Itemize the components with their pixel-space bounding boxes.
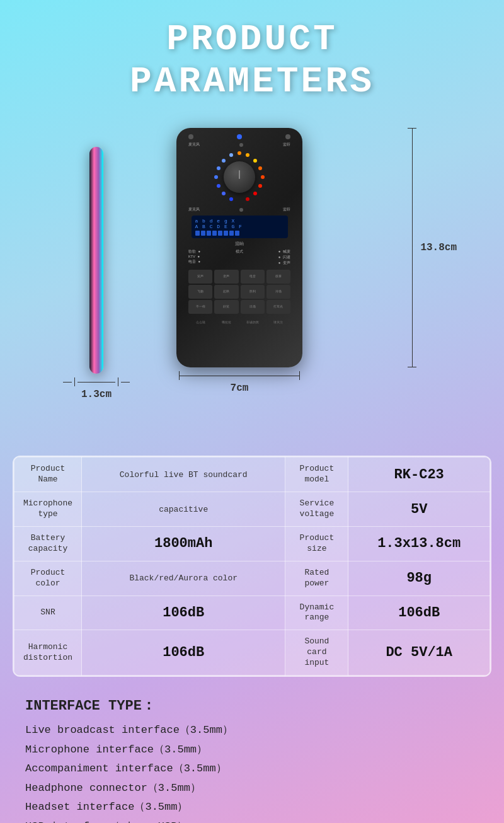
- spec-value-5-2: DC 5V/1A: [348, 630, 490, 676]
- buttons-row3: 不一样 好笑 出场 打耳光: [188, 300, 290, 314]
- title-section: PRODUCT PARAMETERS: [130, 19, 374, 103]
- side-dimension-label: 1.3cm: [81, 389, 112, 400]
- spec-label-3-2: Rated power: [285, 561, 348, 596]
- spec-value-5-1: 106dB: [82, 630, 285, 676]
- btn-entrance[interactable]: 出场: [241, 300, 265, 314]
- btn-electric[interactable]: 电音: [241, 270, 265, 284]
- spec-label-4-2: Dynamic range: [285, 596, 348, 630]
- spec-label-5-1: Harmonic distortion: [14, 630, 82, 676]
- spec-value-3-2: 98g: [348, 561, 490, 596]
- svg-point-6: [258, 184, 262, 188]
- height-dimension-label: 13.8cm: [420, 242, 457, 253]
- mode-right: ● 喊麦 ● 闪避 ● 变声: [278, 249, 290, 266]
- btn-boo[interactable]: 起哄: [214, 285, 238, 299]
- btn-applause[interactable]: 鼓掌: [266, 270, 290, 284]
- spec-label-5-2: Sound card input: [285, 630, 348, 676]
- interface-item-0: Live broadcast interface（3.5mm）: [25, 721, 479, 740]
- side-view-container: 1.3cm: [63, 147, 130, 400]
- spec-value-4-2: 106dB: [348, 596, 490, 630]
- mode-right-3: ● 变声: [278, 260, 290, 266]
- monitor-label-right: 监听: [283, 142, 290, 147]
- spec-label-1-1: Microphone type: [14, 492, 82, 527]
- mic-label2: 麦克风: [188, 207, 200, 212]
- spec-value-0-1: Colorful live BT soundcard: [82, 458, 285, 492]
- interface-item-2: Accompaniment interface（3.5mm）: [25, 759, 479, 779]
- title-line2: PARAMETERS: [130, 61, 374, 103]
- buttons-row2: 飞吻 起哄 胜利 冷场: [188, 285, 290, 299]
- spec-value-1-1: capacitive: [82, 492, 285, 527]
- mode-left-3: 电音 ●: [188, 259, 200, 265]
- interface-title: INTERFACE TYPE：: [25, 696, 479, 715]
- device-display: a b d e g X A B C D E G F: [192, 216, 288, 238]
- front-view-container: 麦克风 监听: [176, 128, 302, 394]
- svg-point-1: [238, 151, 241, 155]
- mixer-label: 混响: [235, 241, 244, 247]
- mode-left-1: 歌歌 ●: [188, 249, 200, 255]
- product-image-area: 1.3cm 麦克风 监听: [13, 115, 491, 443]
- spec-label-0-1: Product Name: [14, 458, 82, 492]
- bottom-label2: 哦拉拉: [222, 321, 231, 325]
- mode-section: 歌歌 ● KTV ● 电音 ● 模式 ● 喊麦 ● 闪避 ● 变声: [188, 249, 290, 266]
- interface-item-1: Microphone interface（3.5mm）: [25, 740, 479, 760]
- svg-point-3: [253, 159, 257, 163]
- spec-value-4-1: 106dB: [82, 596, 285, 630]
- spec-value-2-1: 1800mAh: [82, 526, 285, 561]
- led-ring-area: [211, 149, 268, 205]
- bottom-label1: 么么哒: [196, 321, 205, 325]
- svg-point-8: [246, 197, 249, 201]
- btn-voice-change[interactable]: 变声: [214, 270, 238, 284]
- mode-center-label: 模式: [236, 249, 243, 266]
- knob-mark: [239, 170, 240, 179]
- spec-label-0-2: Product model: [285, 458, 348, 492]
- buttons-row1: 笑声 变声 电音 鼓掌: [188, 270, 290, 284]
- svg-point-9: [229, 197, 233, 201]
- mode-right-1: ● 喊麦: [278, 249, 290, 255]
- bottom-label4: 请关注: [273, 321, 283, 325]
- mode-left-2: KTV ●: [188, 255, 200, 259]
- spec-label-2-2: Product size: [285, 526, 348, 561]
- display-bars: [195, 231, 284, 236]
- mode-left: 歌歌 ● KTV ● 电音 ●: [188, 249, 200, 266]
- interface-item-4: Headset interface（3.5mm）: [25, 798, 479, 817]
- width-dimension-label: 7cm: [231, 383, 249, 394]
- side-view-device: [89, 147, 103, 374]
- svg-point-2: [246, 153, 249, 157]
- svg-point-14: [222, 159, 226, 163]
- btn-kiss[interactable]: 飞吻: [188, 285, 212, 299]
- mic-label-left: 麦克风: [188, 142, 200, 147]
- title-line1: PRODUCT: [130, 19, 374, 61]
- spec-value-2-2: 1.3x13.8cm: [348, 526, 490, 561]
- specs-table: Product Name Colorful live BT soundcard …: [14, 457, 490, 676]
- svg-point-4: [258, 166, 262, 170]
- svg-point-7: [253, 192, 257, 195]
- btn-cold[interactable]: 冷场: [266, 285, 290, 299]
- spec-value-3-1: Black/red/Aurora color: [82, 561, 285, 596]
- spec-label-3-1: Product color: [14, 561, 82, 596]
- page-wrapper: PRODUCT PARAMETERS 1.3cm: [0, 0, 504, 823]
- svg-point-11: [217, 184, 220, 188]
- interface-list: Live broadcast interface（3.5mm）Microphon…: [25, 721, 479, 823]
- device-body: 麦克风 监听: [176, 128, 302, 367]
- spec-value-1-2: 5V: [348, 492, 490, 527]
- svg-point-12: [214, 175, 218, 179]
- display-row2: A B C D E G F: [195, 224, 284, 229]
- interface-item-5: USB interface（micro USB）: [25, 817, 479, 823]
- btn-slap[interactable]: 打耳光: [266, 300, 290, 314]
- display-row1: a b d e g X: [195, 218, 284, 224]
- btn-laugh[interactable]: 笑声: [188, 270, 212, 284]
- specs-section: Product Name Colorful live BT soundcard …: [13, 456, 491, 677]
- btn-funny[interactable]: 好笑: [214, 300, 238, 314]
- svg-point-5: [261, 175, 265, 179]
- spec-label-2-1: Battery capacity: [14, 526, 82, 561]
- svg-point-13: [217, 166, 220, 170]
- btn-different[interactable]: 不一样: [188, 300, 212, 314]
- svg-point-15: [229, 153, 233, 157]
- spec-label-1-2: Service voltage: [285, 492, 348, 527]
- width-measure: 7cm: [179, 371, 300, 394]
- btn-victory[interactable]: 胜利: [241, 285, 265, 299]
- spec-value-0-2: RK-C23: [348, 458, 490, 492]
- spec-label-4-1: SNR: [14, 596, 82, 630]
- interface-section: INTERFACE TYPE： Live broadcast interface…: [13, 689, 491, 823]
- svg-point-10: [222, 192, 226, 195]
- interface-item-3: Headphone connector（3.5mm）: [25, 779, 479, 798]
